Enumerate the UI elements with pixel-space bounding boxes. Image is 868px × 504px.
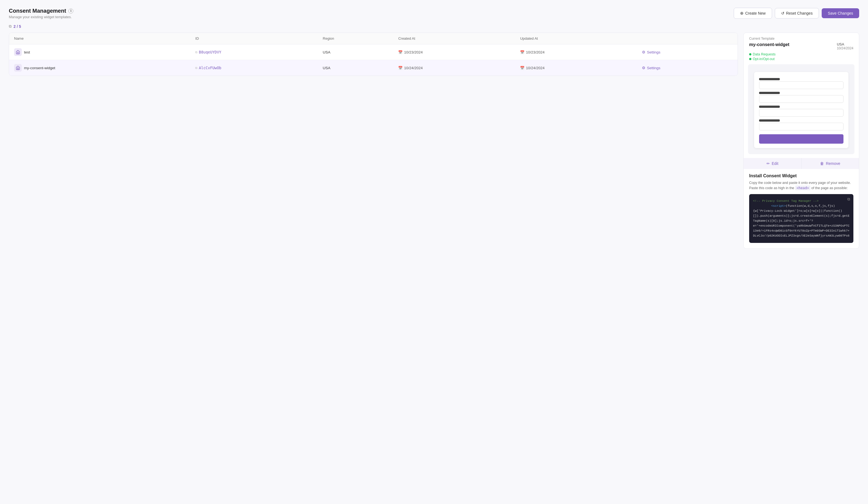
preview-submit-btn	[759, 134, 844, 144]
preview-field-3	[759, 106, 844, 117]
row2-updated-at: 📅 10/24/2024	[520, 66, 632, 70]
panel-actions: ✏ Edit 🗑 Remove	[744, 158, 859, 169]
page-header: Consent Management ℹ Manage your existin…	[9, 8, 859, 19]
col-id: ID	[190, 33, 318, 44]
row1-id: B8uqeUYDVY	[199, 50, 221, 54]
tag-dot-1	[749, 53, 751, 55]
info-icon[interactable]: ℹ	[69, 9, 73, 13]
preview-form	[754, 72, 848, 148]
tag-data-requests: Data Requests	[749, 52, 854, 56]
copy-small-icon-2: ⧉	[195, 66, 197, 70]
col-region: Region	[318, 33, 393, 44]
install-title: Install Consent Widget	[749, 173, 854, 178]
panel-meta: USA 10/24/2024	[837, 42, 854, 50]
install-desc: Copy the code below and paste it onto ev…	[749, 180, 854, 191]
col-updated-at: Updated At	[515, 33, 637, 44]
row1-settings-button[interactable]: ⚙ Settings	[642, 50, 733, 54]
code-snippet: <!-- Privacy Consent Tag Manager --> <sc…	[753, 198, 849, 238]
row2-name: my-consent-widget	[24, 66, 55, 70]
page-title-row: Consent Management ℹ	[9, 8, 73, 14]
edit-button[interactable]: ✏ Edit	[744, 158, 802, 169]
page-subtitle: Manage your existing widget templates.	[9, 15, 73, 19]
table-row: test ⧉ B8uqeUYDVY USA 📅	[9, 44, 737, 60]
row1-name: test	[24, 50, 30, 54]
create-new-button[interactable]: ⊕ Create New	[734, 8, 772, 19]
col-actions	[637, 33, 737, 44]
row2-id: AlcCvFUwOb	[199, 65, 221, 70]
widgets-table: Name ID Region Created At Updated At	[9, 33, 737, 75]
row1-updated-at: 📅 10/23/2024	[520, 50, 632, 54]
create-new-icon: ⊕	[740, 11, 744, 16]
preview-field-4	[759, 120, 844, 131]
counter-text: 2 / 5	[13, 24, 21, 29]
header-actions: ⊕ Create New ↺ Reset Changes Save Change…	[734, 8, 859, 19]
calendar-icon4: 📅	[520, 66, 525, 70]
code-block: ⧉ <!-- Privacy Consent Tag Manager --> <…	[749, 194, 854, 243]
reset-changes-button[interactable]: ↺ Reset Changes	[775, 8, 819, 19]
page-title-text: Consent Management	[9, 8, 66, 14]
copy-icon: ⧉	[9, 24, 12, 29]
save-changes-button[interactable]: Save Changes	[822, 8, 859, 18]
right-panel: Current Template my-consent-widget USA 1…	[743, 32, 859, 249]
row2-created-at: 📅 10/24/2024	[398, 66, 510, 70]
name-cell: test	[14, 48, 185, 56]
install-section: Install Consent Widget Copy the code bel…	[744, 173, 859, 248]
panel-widget-name: my-consent-widget	[749, 42, 789, 47]
preview-field-2	[759, 92, 844, 103]
settings-icon: ⚙	[642, 50, 645, 54]
tag-dot-2	[749, 58, 751, 60]
panel-tags: Data Requests Opt-in/Opt-out	[744, 52, 859, 64]
reset-icon: ↺	[781, 11, 784, 16]
calendar-icon: 📅	[398, 50, 403, 54]
widget-icon-2	[14, 64, 22, 72]
panel-header: my-consent-widget USA 10/24/2024	[744, 42, 859, 52]
col-name: Name	[9, 33, 190, 44]
tag-opt-in-out: Opt-in/Opt-out	[749, 57, 854, 61]
table-row: my-consent-widget ⧉ AlcCvFUwOb USA	[9, 60, 737, 76]
id-cell-2: ⧉ AlcCvFUwOb	[195, 65, 313, 70]
trash-icon: 🗑	[820, 161, 824, 166]
header-left: Consent Management ℹ Manage your existin…	[9, 8, 73, 19]
calendar-icon3: 📅	[398, 66, 403, 70]
counter-row: ⧉ 2 / 5	[9, 24, 859, 29]
settings-icon-2: ⚙	[642, 65, 645, 70]
code-copy-icon[interactable]: ⧉	[847, 197, 850, 202]
panel-label: Current Template	[744, 33, 859, 41]
edit-icon: ✏	[766, 161, 770, 166]
copy-small-icon: ⧉	[195, 50, 197, 54]
preview-field-1	[759, 78, 844, 89]
col-created-at: Created At	[393, 33, 515, 44]
row2-region: USA	[318, 60, 393, 76]
row2-settings-button[interactable]: ⚙ Settings	[642, 65, 733, 70]
widget-icon	[14, 48, 22, 56]
head-tag-code: <head>	[795, 186, 810, 190]
main-content: Name ID Region Created At Updated At	[9, 32, 859, 249]
table-header-row: Name ID Region Created At Updated At	[9, 33, 737, 44]
widgets-table-section: Name ID Region Created At Updated At	[9, 32, 738, 76]
remove-button[interactable]: 🗑 Remove	[802, 158, 859, 169]
calendar-icon2: 📅	[520, 50, 525, 54]
id-cell: ⧉ B8uqeUYDVY	[195, 50, 313, 54]
row1-region: USA	[318, 44, 393, 60]
panel-preview	[748, 64, 855, 154]
row1-created-at: 📅 10/23/2024	[398, 50, 510, 54]
name-cell-2: my-consent-widget	[14, 64, 185, 72]
